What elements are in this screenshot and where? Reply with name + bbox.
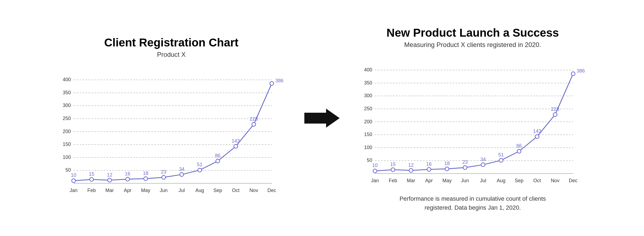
svg-text:86: 86: [516, 143, 522, 149]
svg-text:300: 300: [364, 93, 372, 98]
right-title: New Product Launch a Success: [387, 27, 559, 39]
svg-text:Mar: Mar: [407, 178, 415, 183]
svg-text:250: 250: [63, 115, 71, 121]
svg-text:Feb: Feb: [87, 188, 96, 193]
svg-text:400: 400: [364, 67, 372, 73]
svg-text:250: 250: [364, 106, 372, 111]
svg-text:15: 15: [89, 171, 94, 177]
svg-text:Mar: Mar: [105, 188, 114, 193]
svg-point-103: [535, 134, 539, 138]
svg-text:Oct: Oct: [533, 178, 541, 183]
svg-text:Jul: Jul: [179, 188, 185, 193]
footnote: Performance is measured in cumulative co…: [399, 194, 546, 212]
svg-text:350: 350: [364, 80, 372, 85]
right-subtitle: Measuring Product X clients registered i…: [404, 41, 541, 49]
svg-text:386: 386: [577, 68, 585, 74]
svg-text:May: May: [141, 188, 150, 193]
svg-text:23: 23: [161, 169, 166, 175]
svg-text:Nov: Nov: [551, 178, 560, 183]
svg-text:Feb: Feb: [389, 178, 397, 183]
svg-text:Aug: Aug: [497, 178, 506, 183]
left-subtitle: Product X: [157, 51, 185, 58]
svg-text:15: 15: [390, 161, 396, 167]
svg-point-85: [373, 169, 377, 173]
svg-text:51: 51: [197, 162, 203, 167]
svg-text:100: 100: [364, 144, 372, 150]
svg-text:Nov: Nov: [250, 188, 258, 193]
svg-text:Sep: Sep: [515, 178, 523, 183]
svg-text:10: 10: [372, 163, 378, 168]
svg-text:51: 51: [498, 152, 504, 158]
svg-point-44: [198, 168, 202, 172]
svg-text:300: 300: [63, 103, 71, 108]
right-chart: 50100150200250300350400JanFebMarAprMayJu…: [356, 54, 589, 190]
svg-point-50: [252, 122, 256, 126]
left-chart: 50100150200250300350400JanFebMarAprMayJu…: [55, 64, 288, 200]
svg-text:10: 10: [71, 172, 76, 178]
svg-point-34: [108, 178, 112, 182]
right-chart-svg: 50100150200250300350400JanFebMarAprMayJu…: [356, 54, 589, 190]
svg-text:23: 23: [462, 159, 468, 165]
svg-point-97: [481, 163, 485, 166]
svg-text:200: 200: [364, 119, 372, 124]
svg-text:Jan: Jan: [70, 188, 77, 193]
svg-text:Dec: Dec: [267, 188, 276, 193]
svg-text:18: 18: [143, 170, 148, 176]
svg-point-52: [270, 81, 274, 85]
svg-text:400: 400: [63, 77, 71, 82]
svg-text:200: 200: [63, 128, 71, 134]
svg-text:150: 150: [63, 141, 71, 147]
svg-text:Jun: Jun: [461, 178, 469, 183]
svg-text:350: 350: [63, 90, 71, 95]
svg-point-32: [90, 177, 93, 181]
svg-text:Jul: Jul: [480, 178, 486, 183]
svg-text:Aug: Aug: [195, 188, 204, 193]
svg-point-93: [445, 167, 449, 171]
main-container: Client Registration Chart Product X 5010…: [0, 0, 644, 236]
svg-text:Apr: Apr: [425, 178, 433, 183]
svg-point-105: [553, 112, 557, 116]
svg-text:386: 386: [275, 78, 283, 83]
svg-text:Jan: Jan: [371, 178, 379, 183]
svg-point-36: [126, 177, 130, 181]
right-panel: New Product Launch a Success Measuring P…: [344, 21, 602, 215]
svg-text:50: 50: [367, 158, 372, 163]
svg-text:16: 16: [426, 161, 432, 166]
svg-point-42: [180, 172, 184, 176]
svg-text:34: 34: [179, 166, 184, 172]
arrow-container: [300, 107, 344, 129]
left-chart-svg: 50100150200250300350400JanFebMarAprMayJu…: [55, 64, 288, 200]
svg-point-38: [144, 177, 147, 180]
svg-text:12: 12: [408, 162, 414, 168]
svg-text:34: 34: [480, 156, 486, 162]
svg-text:228: 228: [250, 116, 258, 121]
svg-text:Sep: Sep: [213, 188, 222, 193]
svg-text:Oct: Oct: [232, 188, 239, 193]
svg-point-87: [391, 168, 395, 171]
svg-point-48: [234, 144, 238, 148]
svg-marker-54: [304, 109, 340, 128]
svg-point-89: [409, 168, 413, 172]
svg-text:86: 86: [215, 153, 220, 158]
svg-text:143: 143: [232, 138, 240, 143]
svg-text:143: 143: [533, 128, 541, 134]
svg-text:Apr: Apr: [124, 188, 131, 193]
svg-text:12: 12: [107, 172, 112, 177]
svg-text:150: 150: [364, 132, 372, 137]
svg-point-107: [571, 72, 575, 75]
svg-text:Jun: Jun: [160, 188, 168, 193]
svg-text:228: 228: [551, 106, 559, 112]
svg-point-99: [499, 158, 503, 162]
svg-text:May: May: [442, 178, 452, 183]
svg-text:100: 100: [63, 154, 71, 160]
svg-text:18: 18: [444, 161, 450, 166]
svg-text:50: 50: [65, 167, 71, 173]
arrow-icon: [304, 107, 340, 129]
svg-text:Dec: Dec: [569, 178, 577, 183]
svg-point-40: [162, 175, 166, 179]
svg-point-30: [72, 179, 75, 182]
svg-point-95: [463, 166, 467, 169]
left-panel: Client Registration Chart Product X 5010…: [42, 31, 300, 205]
svg-point-46: [216, 159, 220, 163]
svg-text:16: 16: [125, 171, 130, 176]
